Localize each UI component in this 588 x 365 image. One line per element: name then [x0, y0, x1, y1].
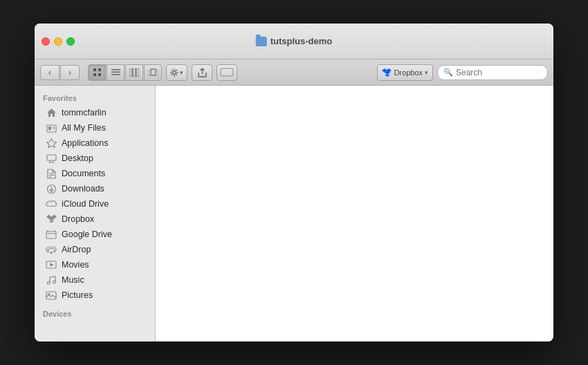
svg-rect-19 — [176, 73, 178, 75]
sidebar-item-airdrop[interactable]: AirDrop — [36, 242, 154, 257]
titlebar: tutsplus-demo — [35, 24, 553, 59]
sidebar-item-music[interactable]: Music — [36, 272, 154, 288]
svg-rect-44 — [46, 232, 56, 238]
sidebar-item-tommcfarlin[interactable]: tommcfarlin — [36, 105, 154, 120]
svg-rect-20 — [176, 69, 178, 71]
share-button[interactable] — [192, 64, 212, 81]
grid-view-icon — [93, 68, 102, 77]
minimize-button[interactable] — [54, 37, 62, 46]
folder-icon — [256, 37, 267, 46]
tommcfarlin-label: tommcfarlin — [62, 108, 107, 118]
search-icon: 🔍 — [443, 68, 453, 77]
svg-rect-3 — [98, 73, 101, 76]
maximize-button[interactable] — [66, 37, 75, 46]
file-content-area — [156, 86, 553, 341]
google-drive-label: Google Drive — [62, 230, 112, 239]
svg-rect-16 — [170, 72, 172, 73]
sidebar: Favorites tommcfarlin — [35, 86, 156, 341]
sidebar-item-pictures[interactable]: Pictures — [36, 288, 154, 303]
sidebar-item-all-my-files[interactable]: All My Files — [36, 120, 154, 135]
sidebar-item-dropbox[interactable]: Dropbox — [36, 212, 154, 227]
svg-rect-9 — [136, 68, 139, 77]
tag-button[interactable] — [217, 64, 237, 81]
svg-rect-15 — [174, 75, 175, 77]
dropbox-icon — [382, 68, 392, 77]
search-input[interactable] — [456, 68, 542, 77]
list-view-icon — [111, 68, 120, 76]
sidebar-item-google-drive[interactable]: Google Drive — [36, 227, 154, 242]
svg-point-13 — [173, 71, 176, 74]
dropbox-sidebar-icon — [46, 214, 57, 225]
back-button[interactable]: ‹ — [40, 65, 59, 80]
svg-rect-1 — [98, 68, 101, 71]
favorites-label: Favorites — [35, 91, 155, 105]
sidebar-item-icloud-drive[interactable]: iCloud Drive — [36, 196, 154, 212]
sidebar-item-documents[interactable]: Documents — [36, 166, 154, 181]
dropbox-button[interactable]: Dropbox ▾ — [377, 64, 433, 81]
toolbar: ‹ › — [35, 59, 553, 86]
svg-marker-43 — [48, 221, 54, 223]
applications-label: Applications — [62, 138, 108, 148]
action-button[interactable]: ▾ — [166, 64, 187, 81]
svg-rect-14 — [174, 68, 175, 71]
pictures-icon — [46, 290, 57, 301]
view-icon-button[interactable] — [88, 64, 106, 81]
svg-rect-18 — [171, 69, 173, 71]
coverflow-view-icon — [148, 68, 158, 77]
title-text: tutsplus-demo — [270, 36, 333, 46]
svg-rect-0 — [93, 68, 96, 71]
svg-marker-31 — [46, 139, 56, 148]
icloud-icon — [46, 198, 57, 209]
search-bar[interactable]: 🔍 — [437, 65, 548, 80]
music-icon — [46, 274, 57, 286]
back-icon: ‹ — [48, 68, 51, 77]
share-icon — [198, 68, 207, 77]
forward-icon: › — [68, 68, 71, 77]
svg-rect-22 — [221, 68, 233, 76]
svg-marker-50 — [50, 263, 54, 267]
svg-rect-7 — [129, 68, 132, 77]
finder-window: tutsplus-demo ‹ › — [35, 24, 553, 341]
view-list-button[interactable] — [107, 64, 125, 81]
devices-label: Devices — [35, 307, 155, 321]
svg-rect-21 — [171, 73, 173, 75]
svg-point-52 — [53, 281, 56, 283]
gear-icon — [170, 68, 178, 77]
sidebar-item-movies[interactable]: Movies — [36, 257, 154, 272]
svg-rect-4 — [111, 69, 120, 71]
view-coverflow-button[interactable] — [144, 64, 162, 81]
applications-icon — [46, 138, 57, 149]
nav-buttons: ‹ › — [40, 65, 80, 80]
all-files-label: All My Files — [62, 123, 106, 133]
music-label: Music — [62, 275, 84, 285]
sidebar-item-downloads[interactable]: Downloads — [36, 181, 154, 196]
svg-rect-10 — [151, 69, 156, 75]
home-icon — [46, 107, 57, 118]
svg-point-48 — [50, 252, 53, 254]
movies-label: Movies — [62, 260, 89, 270]
svg-rect-27 — [47, 125, 56, 132]
sidebar-item-applications[interactable]: Applications — [36, 135, 154, 151]
dropbox-label: Dropbox — [394, 68, 423, 77]
tag-icon — [220, 68, 234, 77]
svg-rect-6 — [111, 74, 120, 75]
dropbox-sidebar-label: Dropbox — [62, 214, 94, 224]
svg-rect-12 — [156, 71, 158, 75]
main-content: Favorites tommcfarlin — [35, 86, 553, 341]
desktop-icon — [46, 153, 57, 164]
documents-label: Documents — [62, 169, 105, 178]
view-buttons — [88, 64, 162, 81]
svg-rect-2 — [93, 73, 96, 76]
view-columns-button[interactable] — [125, 64, 143, 81]
dropbox-chevron: ▾ — [425, 69, 428, 76]
sidebar-item-desktop[interactable]: Desktop — [36, 151, 154, 166]
svg-rect-17 — [177, 72, 179, 73]
svg-rect-28 — [48, 127, 51, 130]
airdrop-icon — [46, 244, 57, 255]
svg-rect-32 — [47, 155, 56, 160]
forward-button[interactable]: › — [60, 65, 80, 80]
airdrop-label: AirDrop — [62, 245, 91, 254]
movies-icon — [46, 259, 57, 270]
window-title: tutsplus-demo — [256, 36, 333, 46]
close-button[interactable] — [42, 37, 50, 46]
